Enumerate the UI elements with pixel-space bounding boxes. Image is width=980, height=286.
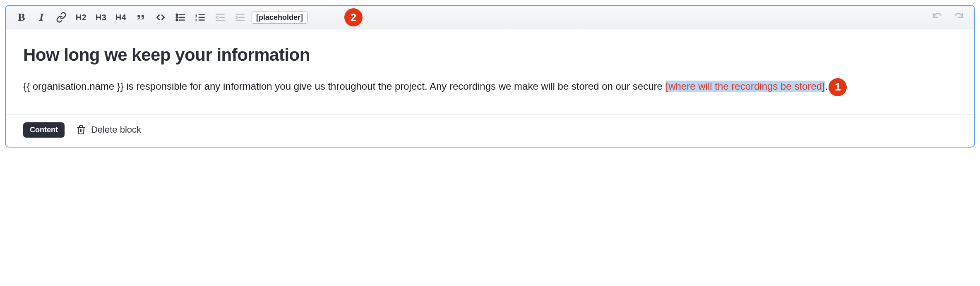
delete-block-label: Delete block <box>91 124 141 135</box>
quote-icon <box>135 12 146 23</box>
indent-button[interactable] <box>232 10 248 25</box>
link-button[interactable] <box>53 10 70 25</box>
redo-icon <box>953 12 964 23</box>
svg-point-2 <box>176 19 178 21</box>
placeholder-button[interactable]: [placeholder] <box>252 12 307 24</box>
editor-content[interactable]: How long we keep your information {{ org… <box>6 29 974 114</box>
redo-button[interactable] <box>950 10 967 25</box>
editor-toolbar: B I H2 H3 H4 123 [placeholder] 2 <box>6 6 974 29</box>
ordered-list-icon: 123 <box>195 12 206 23</box>
indent-icon <box>235 12 245 23</box>
bullet-list-icon <box>175 12 186 23</box>
document-heading[interactable]: How long we keep your information <box>23 45 957 65</box>
annotation-badge-2: 2 <box>344 8 363 26</box>
trash-icon <box>76 124 86 135</box>
annotation-badge-1: 1 <box>829 78 847 96</box>
outdent-icon <box>215 12 226 23</box>
h4-button[interactable]: H4 <box>113 10 129 25</box>
paragraph-text-before: {{ organisation.name }} is responsible f… <box>23 81 665 92</box>
bullet-list-button[interactable] <box>172 10 189 25</box>
h3-button[interactable]: H3 <box>93 10 109 25</box>
svg-point-0 <box>176 14 178 15</box>
blockquote-button[interactable] <box>132 10 149 25</box>
svg-point-1 <box>176 17 178 18</box>
outdent-button[interactable] <box>212 10 228 25</box>
delete-block-button[interactable]: Delete block <box>76 124 141 135</box>
ordered-list-button[interactable]: 123 <box>192 10 209 25</box>
toolbar-right-group <box>930 10 967 25</box>
bold-button[interactable]: B <box>13 10 30 25</box>
italic-button[interactable]: I <box>33 10 50 25</box>
placeholder-token[interactable]: [where will the recordings be stored] <box>665 81 825 92</box>
undo-button[interactable] <box>930 10 946 25</box>
block-footer: Content Delete block <box>6 114 974 147</box>
h2-button[interactable]: H2 <box>73 10 89 25</box>
code-button[interactable] <box>152 10 169 25</box>
content-button[interactable]: Content <box>23 122 65 138</box>
undo-icon <box>932 12 943 23</box>
editor-frame: B I H2 H3 H4 123 [placeholder] 2 <box>5 5 975 148</box>
link-icon <box>56 12 67 23</box>
code-icon <box>155 12 166 23</box>
svg-text:3: 3 <box>195 19 197 21</box>
document-paragraph[interactable]: {{ organisation.name }} is responsible f… <box>23 78 957 95</box>
paragraph-text-after: . <box>825 81 828 92</box>
